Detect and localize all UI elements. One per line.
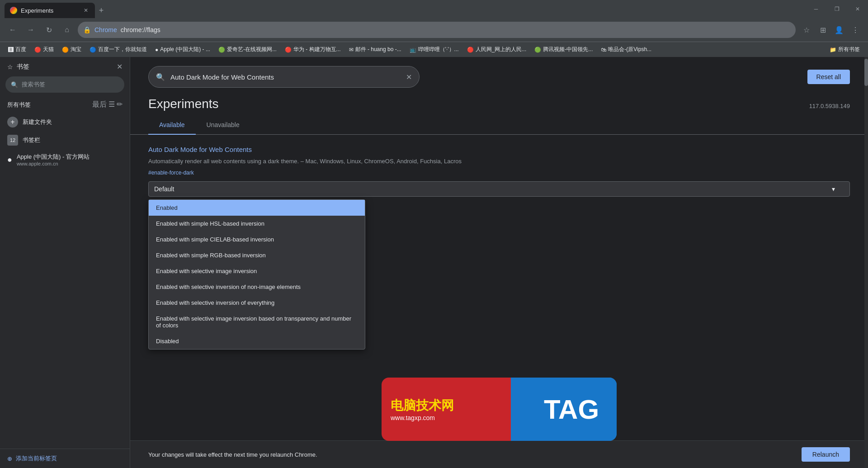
flag-dropdown-button[interactable]: Default ▾ <box>148 181 850 197</box>
watermark-left: 电脑技术网 www.tagxp.com <box>382 390 526 429</box>
reset-all-button[interactable]: Reset all <box>807 70 850 84</box>
bookmark-item[interactable]: ● Apple (中国大陆) - ... <box>152 45 213 54</box>
scrollbar-thumb[interactable] <box>864 59 868 86</box>
sidebar-search-placeholder: 搜索书签 <box>22 80 45 89</box>
flags-bottom-bar: Your changes will take effect the next t… <box>130 440 868 468</box>
section-icons: 最后 ☰ ✏ <box>92 100 123 109</box>
bookmark-item[interactable]: 🔴 华为 - 构建万物互... <box>282 45 344 54</box>
title-bar: Experiments ✕ + ─ ❐ ✕ <box>0 0 868 18</box>
menu-button[interactable]: ⋮ <box>848 23 863 37</box>
sidebar-close-icon[interactable]: ✕ <box>117 62 123 71</box>
tab-available[interactable]: Available <box>148 116 196 135</box>
close-window-button[interactable]: ✕ <box>847 0 868 18</box>
watermark-banner: 电脑技术网 www.tagxp.com TAG <box>382 378 617 441</box>
add-tab-icon: ⊕ <box>7 455 12 462</box>
bookmark-item[interactable]: 🟢 腾讯视频-中国领先... <box>532 45 595 54</box>
address-bar[interactable]: 🔒 Chrome chrome://flags <box>78 22 796 38</box>
option-selective-non-image[interactable]: Enabled with selective inversion of non-… <box>149 279 365 295</box>
apple-bookmark[interactable]: ● Apple (中国大陆) - 官方网站 www.apple.com.cn <box>0 149 130 170</box>
watermark-sub-text: www.tagxp.com <box>391 414 517 421</box>
tab-favicon <box>10 7 17 14</box>
watermark-main-text: 电脑技术网 <box>391 397 517 414</box>
flag-entry: Auto Dark Mode for Web Contents Automati… <box>130 146 868 208</box>
forward-button[interactable]: → <box>24 23 38 37</box>
bookmark-item[interactable]: 🟠 淘宝 <box>59 45 84 54</box>
scrollbar-track[interactable] <box>864 57 868 468</box>
edit-icon[interactable]: ✏ <box>117 100 123 109</box>
bookmark-info: Apple (中国大陆) - 官方网站 www.apple.com.cn <box>17 153 90 166</box>
navigation-bar: ← → ↻ ⌂ 🔒 Chrome chrome://flags ☆ ⊞ 👤 ⋮ <box>0 18 868 42</box>
active-tab[interactable]: Experiments ✕ <box>5 3 95 18</box>
flag-description: Automatically render all web contents us… <box>148 157 850 166</box>
page-title: Experiments <box>148 97 219 111</box>
watermark-tag-text: TAG <box>544 394 599 425</box>
sort-icon[interactable]: 最后 <box>92 100 107 109</box>
add-folder-button[interactable]: + 新建文件夹 <box>0 113 130 131</box>
view-icon[interactable]: ☰ <box>108 100 115 109</box>
bookmarks-sidebar: ☆ 书签 ✕ 🔍 搜索书签 所有书签 最后 ☰ ✏ + 新建文件夹 12 书签栏 <box>0 57 130 468</box>
relaunch-button[interactable]: Relaunch <box>802 447 850 462</box>
flags-page: 🔍 ✕ Reset all Experiments 117.0.5938.149… <box>130 57 868 468</box>
bookmarks-bar-folder[interactable]: 12 书签栏 <box>0 131 130 149</box>
lock-icon: 🔒 <box>83 26 91 33</box>
bookmark-url: www.apple.com.cn <box>17 161 90 166</box>
sidebar-title: 书签 <box>17 63 29 71</box>
bookmark-item[interactable]: 🔴 人民网_网上的人民... <box>464 45 529 54</box>
bookmark-item[interactable]: 📺 哔哩哔哩（'·'）... <box>407 45 462 54</box>
bookmark-item[interactable]: 🅱 百度 <box>5 45 29 54</box>
tab-strip: Experiments ✕ + <box>0 0 108 18</box>
flags-page-header: Experiments 117.0.5938.149 <box>130 97 868 116</box>
option-selective-transparency[interactable]: Enabled with selective image inversion b… <box>149 311 365 333</box>
flag-link[interactable]: #enable-force-dark <box>148 170 850 176</box>
home-button[interactable]: ⌂ <box>60 23 74 37</box>
apple-favicon: ● <box>7 155 12 165</box>
option-rgb[interactable]: Enabled with simple RGB-based inversion <box>149 247 365 263</box>
bookmark-item[interactable]: 🔴 天猫 <box>32 45 57 54</box>
address-url: chrome://flags <box>121 26 160 33</box>
flags-search-input[interactable] <box>170 73 401 81</box>
refresh-button[interactable]: ↻ <box>42 23 56 37</box>
restore-button[interactable]: ❐ <box>826 0 847 18</box>
bookmark-item[interactable]: 🔵 百度一下，你就知道 <box>87 45 150 54</box>
bookmark-item[interactable]: ✉ 邮件 - huang bo -... <box>346 45 404 54</box>
new-tab-button[interactable]: + <box>95 4 108 17</box>
minimize-button[interactable]: ─ <box>806 0 826 18</box>
folder-count: 12 <box>7 135 18 146</box>
bookmark-item[interactable]: 🟢 爱奇艺-在线视频网... <box>216 45 279 54</box>
option-enabled[interactable]: Enabled <box>149 200 365 216</box>
bookmarks-icon: ☆ <box>7 63 13 71</box>
option-cielab[interactable]: Enabled with simple CIELAB-based inversi… <box>149 232 365 247</box>
bookmark-title: Apple (中国大陆) - 官方网站 <box>17 153 90 161</box>
bookmark-item[interactable]: 🛍 唯品会-(原Vipsh... <box>598 45 654 54</box>
tab-label: Experiments <box>21 7 53 14</box>
window-controls: ─ ❐ ✕ <box>806 0 868 18</box>
profile-button[interactable]: 👤 <box>832 23 846 37</box>
add-current-tab-link[interactable]: ⊕ 添加当前标签页 <box>7 454 123 463</box>
sidebar-header: ☆ 书签 ✕ <box>0 57 130 76</box>
flags-search-box[interactable]: 🔍 ✕ <box>148 66 420 88</box>
option-selective-image[interactable]: Enabled with selective image inversion <box>149 263 365 279</box>
sidebar-search[interactable]: 🔍 搜索书签 <box>5 76 124 93</box>
chevron-down-icon: ▾ <box>832 185 835 193</box>
flags-search-area: 🔍 ✕ Reset all <box>130 57 868 97</box>
flags-tabs: Available Unavailable <box>130 116 868 135</box>
option-hsl[interactable]: Enabled with simple HSL-based inversion <box>149 216 365 232</box>
dropdown-options-list: Enabled Enabled with simple HSL-based in… <box>148 199 365 350</box>
flag-name: Auto Dark Mode for Web Contents <box>148 146 850 153</box>
clear-search-button[interactable]: ✕ <box>406 73 412 81</box>
relaunch-notice: Your changes will take effect the next t… <box>148 451 317 458</box>
all-bookmarks-item[interactable]: 📁 所有书签 <box>827 45 863 54</box>
extensions-button[interactable]: ⊞ <box>816 23 830 37</box>
search-icon: 🔍 <box>156 73 165 81</box>
option-disabled[interactable]: Disabled <box>149 333 365 349</box>
bookmarks-star-button[interactable]: ☆ <box>799 23 814 37</box>
bookmarks-bar: 🅱 百度 🔴 天猫 🟠 淘宝 🔵 百度一下，你就知道 ● Apple (中国大陆… <box>0 42 868 57</box>
tab-close-button[interactable]: ✕ <box>82 7 90 14</box>
sidebar-icon-row: ✕ <box>117 62 123 71</box>
tab-unavailable[interactable]: Unavailable <box>196 116 250 135</box>
sidebar-footer: ⊕ 添加当前标签页 <box>0 449 130 468</box>
back-button[interactable]: ← <box>5 23 20 37</box>
section-title: 所有书签 <box>7 101 31 109</box>
folder-label: 书签栏 <box>23 136 40 144</box>
option-selective-everything[interactable]: Enabled with selective inversion of ever… <box>149 295 365 311</box>
